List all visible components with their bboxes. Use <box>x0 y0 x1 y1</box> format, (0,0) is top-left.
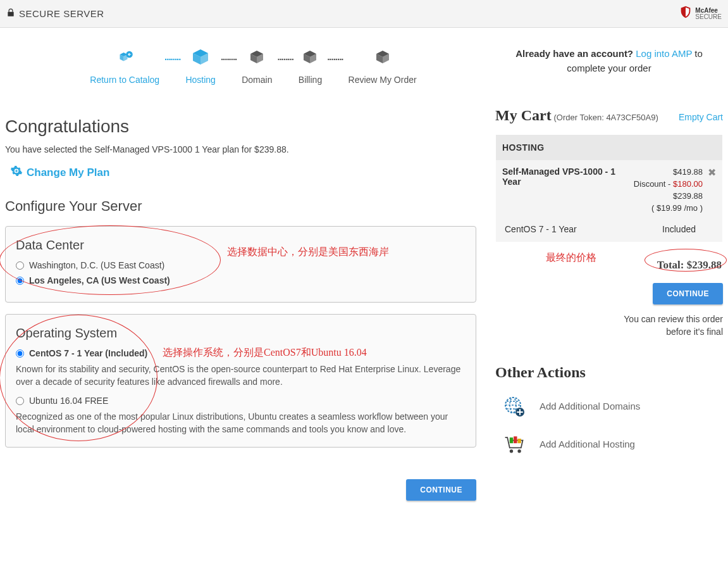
radio-input[interactable] <box>16 349 24 358</box>
datacenter-option-east[interactable]: Washington, D.C. (US East Coast) <box>16 260 466 270</box>
step-separator: ∙∙∙∙∙∙∙∙ <box>164 54 180 65</box>
os-ubuntu-description: Recognized as one of the most popular Li… <box>16 411 466 436</box>
cube-icon <box>299 47 321 70</box>
radio-input[interactable] <box>16 261 24 270</box>
continue-button[interactable]: CONTINUE <box>653 283 723 304</box>
cart-box: HOSTING Self-Managed VPS-1000 - 1 Year $… <box>495 134 723 242</box>
mcafee-secure-badge[interactable]: McAfee SECURE <box>679 5 722 22</box>
cart-hosting-heading: HOSTING <box>496 135 722 160</box>
data-center-heading: Data Center <box>16 238 466 253</box>
shield-icon <box>679 5 693 22</box>
data-center-panel: Data Center Washington, D.C. (US East Co… <box>5 226 476 303</box>
cart-item-discount-row: Discount - $180.00 <box>627 179 703 191</box>
radio-label: Los Angeles, CA (US West Coast) <box>29 275 170 285</box>
svg-rect-9 <box>517 439 521 443</box>
step-separator: ∙∙∙∙∙∙∙∙ <box>277 54 293 65</box>
step-label: Hosting <box>185 75 215 85</box>
step-review-order[interactable]: Review My Order <box>349 47 417 85</box>
svg-point-6 <box>517 449 521 453</box>
mcafee-secure-text: SECURE <box>695 14 722 20</box>
empty-cart-link[interactable]: Empty Cart <box>679 112 723 122</box>
svg-rect-7 <box>510 437 513 443</box>
secure-server-text: SECURE SERVER <box>19 8 104 19</box>
annotation-text: 最终的价格 <box>546 251 596 265</box>
log-into-amp-link[interactable]: Log into AMP <box>636 48 692 59</box>
cart-total-row: 最终的价格 Total: $239.88 <box>495 242 723 279</box>
configure-server-heading: Configure Your Server <box>5 198 476 215</box>
cart-title: My Cart <box>495 107 552 123</box>
cart-total-text: Total: $239.88 <box>657 259 722 271</box>
gear-plus-icon <box>10 165 23 180</box>
step-separator: ∙∙∙∙∙∙∙∙ <box>327 54 343 65</box>
step-hosting[interactable]: Hosting <box>185 47 215 85</box>
change-plan-label: Change My Plan <box>27 166 109 179</box>
radio-label: Washington, D.C. (US East Coast) <box>29 260 164 270</box>
step-billing[interactable]: Billing <box>299 47 322 85</box>
continue-button[interactable]: CONTINUE <box>406 479 476 501</box>
operating-system-panel: Operating System CentOS 7 - 1 Year (Incl… <box>5 314 476 448</box>
shopping-cart-icon <box>503 433 526 456</box>
radio-label: CentOS 7 - 1 Year (Included) <box>29 348 147 358</box>
os-option-centos[interactable]: CentOS 7 - 1 Year (Included) <box>16 348 466 358</box>
cube-icon <box>189 47 212 70</box>
action-label: Add Additional Hosting <box>540 439 635 449</box>
cart-item-monthly-price: ( $19.99 /mo ) <box>627 203 703 215</box>
add-additional-hosting-link[interactable]: Add Additional Hosting <box>495 433 723 456</box>
amp-prefix-text: Already have an account? <box>515 48 636 59</box>
step-label: Billing <box>299 75 322 85</box>
mcafee-brand-text: McAfee <box>695 8 722 14</box>
cart-item-original-price: $419.88 <box>627 166 703 179</box>
plan-selected-text: You have selected the Self-Managed VPS-1… <box>5 144 476 154</box>
svg-point-5 <box>510 449 513 453</box>
add-additional-domains-link[interactable]: Add Additional Domains <box>495 395 723 418</box>
radio-input[interactable] <box>16 397 24 405</box>
step-label: Review My Order <box>349 75 417 85</box>
step-label: Return to Catalog <box>90 75 159 85</box>
other-actions-heading: Other Actions <box>495 364 723 381</box>
cart-line-item: Self-Managed VPS-1000 - 1 Year $419.88 D… <box>496 160 722 220</box>
checkout-steps: Return to Catalog ∙∙∙∙∙∙∙∙ Hosting ∙∙∙∙∙… <box>5 47 476 85</box>
cube-icon <box>371 47 394 70</box>
action-label: Add Additional Domains <box>540 401 640 411</box>
step-separator: ∙∙∙∙∙∙∙∙ <box>221 54 237 65</box>
login-amp-line: Already have an account? Log into AMP to… <box>495 47 723 75</box>
svg-rect-8 <box>514 436 517 443</box>
remove-cart-item-button[interactable]: ✖ <box>708 166 716 214</box>
lock-icon <box>6 8 15 19</box>
top-bar: SECURE SERVER McAfee SECURE <box>0 0 728 28</box>
page-title: Congratulations <box>5 116 476 137</box>
cart-sub-item: CentOS 7 - 1 Year Included <box>496 220 722 242</box>
catalog-return-icon <box>113 47 136 70</box>
os-option-ubuntu[interactable]: Ubuntu 16.04 FREE <box>16 396 466 406</box>
order-token-text: (Order Token: 4A73CF50A9) <box>554 113 658 122</box>
globe-plus-icon <box>503 395 526 418</box>
cart-header: My Cart (Order Token: 4A73CF50A9) Empty … <box>495 107 723 124</box>
cart-subitem-name: CentOS 7 - 1 Year <box>505 224 577 234</box>
step-return-to-catalog[interactable]: Return to Catalog <box>90 47 159 85</box>
cart-item-discounted-price: $239.88 <box>627 191 703 203</box>
secure-server-label: SECURE SERVER <box>6 8 104 19</box>
step-domain[interactable]: Domain <box>242 47 272 85</box>
review-note: You can review this order before it's fi… <box>495 313 723 338</box>
radio-input[interactable] <box>16 277 24 285</box>
step-label: Domain <box>242 75 272 85</box>
os-heading: Operating System <box>16 326 466 341</box>
radio-label: Ubuntu 16.04 FREE <box>29 396 108 406</box>
cart-item-discount-amount: $180.00 <box>673 179 703 189</box>
cart-subitem-price: Included <box>662 224 716 234</box>
change-my-plan-link[interactable]: Change My Plan <box>10 165 476 180</box>
cube-icon <box>245 47 268 70</box>
os-centos-description: Known for its stability and security, Ce… <box>16 363 466 388</box>
cart-item-name: Self-Managed VPS-1000 - 1 Year <box>502 166 622 187</box>
datacenter-option-west[interactable]: Los Angeles, CA (US West Coast) <box>16 275 466 285</box>
